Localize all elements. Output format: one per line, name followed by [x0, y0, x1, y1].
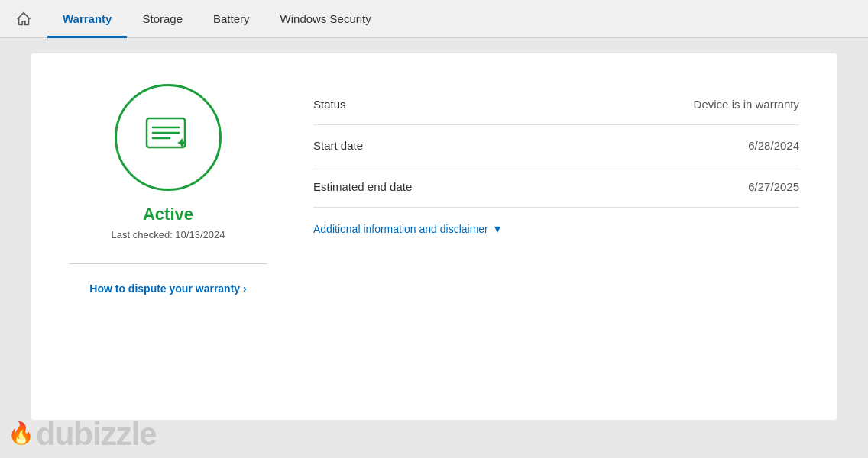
nav-tab-warranty[interactable]: Warranty: [47, 1, 127, 38]
additional-info-label: Additional information and disclaimer: [313, 223, 488, 235]
info-row-status: StatusDevice is in warranty: [313, 84, 799, 125]
chevron-down-icon: ▾: [494, 221, 500, 236]
warranty-status-icon: [115, 84, 222, 191]
info-value: Device is in warranty: [694, 98, 799, 111]
info-value: 6/27/2025: [748, 180, 799, 193]
info-value: 6/28/2024: [748, 139, 799, 152]
home-button[interactable]: [15, 11, 32, 27]
right-section: StatusDevice is in warrantyStart date6/2…: [313, 84, 799, 389]
nav-tabs: WarrantyStorageBatteryWindows Security: [47, 0, 387, 37]
info-row-estimated-end-date: Estimated end date6/27/2025: [313, 166, 799, 208]
last-checked-label: Last checked: 10/13/2024: [112, 229, 225, 240]
nav-tab-windows-security[interactable]: Windows Security: [265, 1, 387, 38]
info-row-start-date: Start date6/28/2024: [313, 125, 799, 166]
additional-info-row[interactable]: Additional information and disclaimer ▾: [313, 208, 799, 250]
warranty-card: Active Last checked: 10/13/2024 How to d…: [31, 53, 837, 420]
left-section: Active Last checked: 10/13/2024 How to d…: [69, 84, 267, 389]
active-status-label: Active: [143, 205, 193, 224]
dispute-warranty-link[interactable]: How to dispute your warranty ›: [89, 282, 246, 295]
nav-tab-storage[interactable]: Storage: [127, 1, 198, 38]
divider: [69, 263, 267, 264]
info-label: Start date: [313, 139, 363, 152]
info-label: Status: [313, 98, 346, 111]
top-navigation: WarrantyStorageBatteryWindows Security: [0, 0, 868, 38]
main-content: Active Last checked: 10/13/2024 How to d…: [0, 38, 868, 458]
nav-tab-battery[interactable]: Battery: [198, 1, 265, 38]
info-label: Estimated end date: [313, 180, 412, 193]
